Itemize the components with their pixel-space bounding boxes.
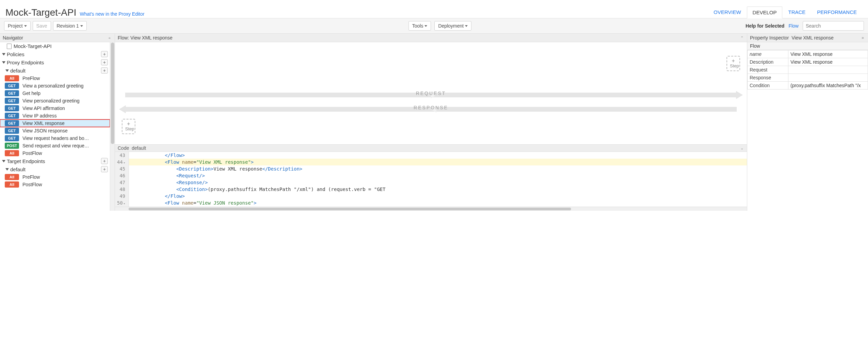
nav-flow-item[interactable]: AllPostFlow xyxy=(0,149,110,157)
method-badge: GET xyxy=(5,113,19,119)
nav-default[interactable]: default+ xyxy=(0,66,110,75)
caret-down-icon xyxy=(80,25,83,27)
api-title: Mock-Target-API xyxy=(5,7,77,18)
tab-trace[interactable]: TRACE xyxy=(782,6,811,18)
collapse-code-icon[interactable]: ⌄ xyxy=(739,146,744,150)
flow-canvas: +Step REQUEST RESPONSE +Step xyxy=(115,42,747,144)
help-label: Help for Selected xyxy=(746,23,784,29)
save-button[interactable]: Save xyxy=(33,21,51,31)
triangle-down-icon xyxy=(2,61,5,64)
add-step-request[interactable]: +Step xyxy=(727,56,740,71)
nav-flow-item[interactable]: GETView IP address xyxy=(0,112,110,119)
tools-button[interactable]: Tools xyxy=(408,21,431,31)
code-header: Code default ⌄ xyxy=(115,144,747,152)
inspector-panel: Property Inspector View XML response » F… xyxy=(747,34,868,211)
method-badge: All xyxy=(5,150,19,156)
file-icon xyxy=(7,44,12,49)
tab-overview[interactable]: OVERVIEW xyxy=(708,6,747,18)
flow-header: Flow: View XML response ⌃ xyxy=(115,34,747,42)
nav-section[interactable]: Target Endpoints+ xyxy=(0,157,110,165)
method-badge: POST xyxy=(5,143,19,149)
nav-flow-item[interactable]: AllPreFlow xyxy=(0,75,110,82)
response-label: RESPONSE xyxy=(414,105,448,110)
nav-flow-item[interactable]: GETView request headers and bo… xyxy=(0,134,110,142)
method-badge: All xyxy=(5,181,19,188)
navigator-header: Navigator « xyxy=(0,34,115,42)
method-badge: GET xyxy=(5,98,19,104)
method-badge: GET xyxy=(5,135,19,141)
triangle-down-icon xyxy=(5,69,9,72)
caret-down-icon xyxy=(465,25,468,27)
table-row: nameView XML response xyxy=(748,50,868,58)
project-button[interactable]: Project xyxy=(4,21,31,31)
nav-flow-item[interactable]: GETView JSON response xyxy=(0,127,110,134)
add-button[interactable]: + xyxy=(101,67,108,74)
add-button[interactable]: + xyxy=(101,59,108,65)
triangle-down-icon xyxy=(5,168,9,171)
code-h-scrollbar[interactable] xyxy=(115,207,747,211)
nav-flow-item[interactable]: GETGet help xyxy=(0,90,110,97)
method-badge: GET xyxy=(5,90,19,96)
method-badge: GET xyxy=(5,83,19,89)
arrow-right-icon xyxy=(736,91,743,99)
table-row: Condition(proxy.pathsuffix MatchesPath "… xyxy=(748,82,868,90)
search-input[interactable] xyxy=(803,21,864,31)
nav-flow-item[interactable]: AllPostFlow xyxy=(0,181,110,188)
inspector-table: nameView XML response DescriptionView XM… xyxy=(747,50,868,90)
nav-flow-item[interactable]: AllPreFlow xyxy=(0,173,110,181)
method-badge: GET xyxy=(5,120,19,126)
caret-down-icon xyxy=(424,25,427,27)
nav-flow-item[interactable]: GETView personalized greeting xyxy=(0,97,110,105)
inspector-header: Property Inspector View XML response » xyxy=(747,34,868,42)
expand-right-icon[interactable]: » xyxy=(860,35,865,40)
tab-performance[interactable]: PERFORMANCE xyxy=(811,6,863,18)
request-label: REQUEST xyxy=(416,91,446,96)
nav-default[interactable]: default+ xyxy=(0,165,110,173)
nav-section[interactable]: Proxy Endpoints+ xyxy=(0,58,110,66)
nav-flow-item[interactable]: GETView a personalized greeting xyxy=(0,82,110,90)
revision-button[interactable]: Revision 1 xyxy=(53,21,87,31)
header-tabs: OVERVIEW DEVELOP TRACE PERFORMANCE xyxy=(708,6,863,18)
method-badge: All xyxy=(5,174,19,180)
navigator-panel: Navigator « Mock-Target-APIPolicies+Prox… xyxy=(0,34,115,211)
help-link[interactable]: Flow xyxy=(788,23,799,29)
collapse-left-icon[interactable]: « xyxy=(107,36,112,40)
add-step-response[interactable]: +Step xyxy=(122,119,135,134)
navigator-scrollbar[interactable] xyxy=(110,42,115,211)
add-button[interactable]: + xyxy=(101,158,108,164)
triangle-down-icon xyxy=(2,53,5,55)
main: Navigator « Mock-Target-APIPolicies+Prox… xyxy=(0,34,868,211)
add-button[interactable]: + xyxy=(101,51,108,57)
page-header: Mock-Target-API What's new in the Proxy … xyxy=(0,0,868,18)
deployment-button[interactable]: Deployment xyxy=(434,21,471,31)
table-row: Response xyxy=(748,74,868,82)
method-badge: GET xyxy=(5,128,19,134)
method-badge: GET xyxy=(5,105,19,111)
table-row: Request xyxy=(748,66,868,74)
nav-flow-item[interactable]: GETView API affirmation xyxy=(0,105,110,112)
add-button[interactable]: + xyxy=(101,166,108,172)
code-editor[interactable]: 43444546474849505152 </Flow> <Flow name=… xyxy=(115,152,747,207)
method-badge: All xyxy=(5,75,19,81)
toolbar: Project Save Revision 1 Tools Deployment… xyxy=(0,18,868,34)
nav-flow-item[interactable]: POSTSend request and view reque… xyxy=(0,142,110,149)
table-row: DescriptionView XML response xyxy=(748,58,868,66)
collapse-up-icon[interactable]: ⌃ xyxy=(739,36,744,40)
caret-down-icon xyxy=(24,25,27,27)
inspector-section: Flow xyxy=(747,42,868,50)
nav-section[interactable]: Policies+ xyxy=(0,50,110,58)
nav-flow-item[interactable]: GETView XML response xyxy=(0,119,110,127)
arrow-left-icon xyxy=(119,105,126,113)
whats-new-link[interactable]: What's new in the Proxy Editor xyxy=(80,11,145,17)
triangle-down-icon xyxy=(2,160,5,162)
center-panel: Flow: View XML response ⌃ +Step REQUEST … xyxy=(115,34,747,211)
tab-develop[interactable]: DEVELOP xyxy=(747,6,783,18)
